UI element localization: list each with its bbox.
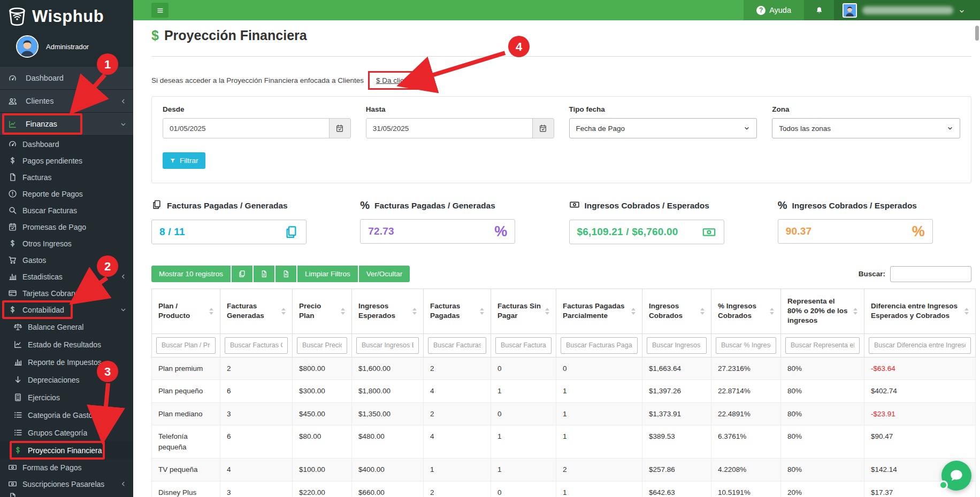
column-header[interactable]: Diferencia entre Ingresos Esperados y Co… [864,289,976,334]
table-cell: 2 [220,357,293,380]
column-header[interactable]: Precio Plan [293,289,352,334]
sidebar-item-buscar-facturas[interactable]: Buscar Facturas [0,202,133,219]
column-label: Precio Plan [299,301,338,321]
column-header[interactable]: % Ingresos Cobrados [711,289,781,334]
sidebar-item-label: Gastos [22,256,46,265]
sidebar-item-reporte-de-pagos[interactable]: Reporte de Pagos [0,185,133,202]
column-search-input[interactable] [647,337,707,354]
desde-input[interactable] [163,119,329,138]
sidebar-item-contabilidad[interactable]: Contabilidad [0,301,133,318]
column-search-input[interactable] [297,337,347,354]
column-search-input[interactable] [225,337,288,354]
user-menu[interactable] [834,0,980,20]
table-cell: 2 [424,402,491,425]
column-header[interactable]: Ingresos Cobrados [642,289,711,334]
column-search-input[interactable] [561,337,638,354]
menu-icon [8,239,17,248]
sidebar-item-pagos-pendientes[interactable]: Pagos pendientes [0,152,133,169]
sidebar-item-proyeccion-financiera[interactable]: Proyeccion Financiera [0,441,133,459]
stat-value: $6,109.21 / $6,760.00 [577,226,678,238]
table-cell: 1 [424,459,491,482]
stat-value-icon: % [494,224,507,239]
calendar-icon[interactable] [329,119,350,138]
help-button[interactable]: ? Ayuda [744,0,804,20]
sidebar-item-reporte-de-impuestos[interactable]: Reporte de Impuestos [0,353,133,371]
clear-filters-button[interactable]: Limpiar Filtros [297,266,358,282]
column-label: Ingresos Cobrados [649,301,698,321]
column-header[interactable]: Facturas Pagadas [424,289,491,334]
filtrar-button[interactable]: Filtrar [163,152,205,169]
menu-icon [8,74,17,83]
sidebar-item-facturas[interactable]: Facturas [0,169,133,185]
table-cell: $1,663.64 [642,357,711,380]
column-header[interactable]: Plan / Producto [152,289,220,334]
chat-bubble-icon [948,468,964,484]
table-cell: 80% [781,459,864,482]
sidebar-item-estado-de-resultados[interactable]: Estado de Resultados [0,336,133,353]
csv-export-button[interactable] [275,266,296,282]
sidebar: Wisphub Administrador Dashboard Clientes… [0,0,133,497]
column-header[interactable]: Facturas Generadas [220,289,293,334]
column-filter-cell [864,333,976,357]
excel-export-button[interactable] [254,266,274,282]
sidebar-item-balance-general[interactable]: Balance General [0,318,133,336]
sidebar-toggle-button[interactable] [151,3,169,18]
table-cell: 4 [424,425,491,459]
sidebar-menu: Dashboard Clientes Finanzas Dashboard Pa… [0,67,133,497]
column-filter-cell [642,333,711,357]
sidebar-item-formas-de-pagos[interactable]: Formas de Pagos [0,459,133,476]
sidebar-item-tarjetas-cobranza[interactable]: Tarjetas Cobranza [0,285,133,301]
sidebar-item-depreciaciones[interactable]: Depreciaciones [0,371,133,389]
scrollbar-thumb[interactable] [975,26,979,41]
tipo-fecha-select[interactable]: Fecha de Pago [569,118,757,138]
brand-logo[interactable]: Wisphub [0,0,133,33]
table-cell: $1,350.00 [352,402,424,425]
sidebar-item-suscripciones-pasarelas[interactable]: Suscripciones Pasarelas [0,476,133,492]
sidebar-item-categoria-de-gastos[interactable]: Categoria de Gastos [0,406,133,424]
column-header[interactable]: Facturas Sin Pagar [491,289,556,334]
sidebar-item-finanzas-dashboard[interactable]: Dashboard [0,136,133,152]
sidebar-item-label: Promesas de Pago [22,223,86,231]
table-cell: $300.00 [293,380,352,403]
sidebar-item-finanzas[interactable]: Finanzas [0,113,133,136]
column-search-input[interactable] [716,337,776,354]
sidebar-item-grupos-categoria[interactable]: Grupos Categoría [0,424,133,441]
copy-button[interactable] [232,266,252,282]
menu-icon [8,289,17,298]
column-search-input[interactable] [428,337,486,354]
zona-select[interactable]: Todos las zonas [772,118,960,138]
sidebar-item-label: Dashboard [22,140,59,149]
da-clic-aqui-link[interactable]: $ Da clic aquí [376,76,420,84]
table-cell: Disney Plus Estándar [152,482,220,497]
avatar [16,35,39,58]
sidebar-item-partial-item[interactable] [0,492,133,497]
sidebar-item-dashboard[interactable]: Dashboard [0,67,133,90]
hasta-input[interactable] [366,119,532,138]
chevron-down-icon [744,125,750,131]
menu-icon [8,189,17,198]
column-search-input[interactable] [785,337,860,354]
column-header[interactable]: Ingresos Esperados [352,289,424,334]
sidebar-item-ejercicios[interactable]: Ejercicios [0,389,133,406]
sidebar-item-promesas-de-pago[interactable]: Promesas de Pago [0,219,133,235]
toggle-columns-button[interactable]: Ver/Ocultar [359,266,410,282]
calendar-icon[interactable] [532,119,554,138]
stat-card: % Facturas Pagadas / Generadas 72.73 % [360,199,554,244]
sidebar-item-label: Reporte de Impuestos [28,358,102,367]
column-header[interactable]: Representa el 80% o 20% de los ingresos [781,289,864,334]
show-entries-button[interactable]: Mostrar 10 registros [151,266,231,282]
menu-icon [8,255,17,265]
sidebar-item-clientes[interactable]: Clientes [0,90,133,113]
sort-icon [209,308,213,315]
notifications-button[interactable] [804,0,834,20]
column-search-input[interactable] [156,337,216,354]
sidebar-item-gastos[interactable]: Gastos [0,252,133,268]
table-search-input[interactable] [890,266,971,282]
sidebar-item-estadisticas[interactable]: Estadisticas [0,268,133,285]
column-search-input[interactable] [495,337,552,354]
column-search-input[interactable] [869,337,971,354]
sidebar-item-otros-ingresos[interactable]: Otros Ingresos [0,235,133,252]
sidebar-item-label: Reporte de Pagos [22,190,83,198]
column-header[interactable]: Facturas Pagadas Parcialmente [556,289,642,334]
column-search-input[interactable] [356,337,419,354]
